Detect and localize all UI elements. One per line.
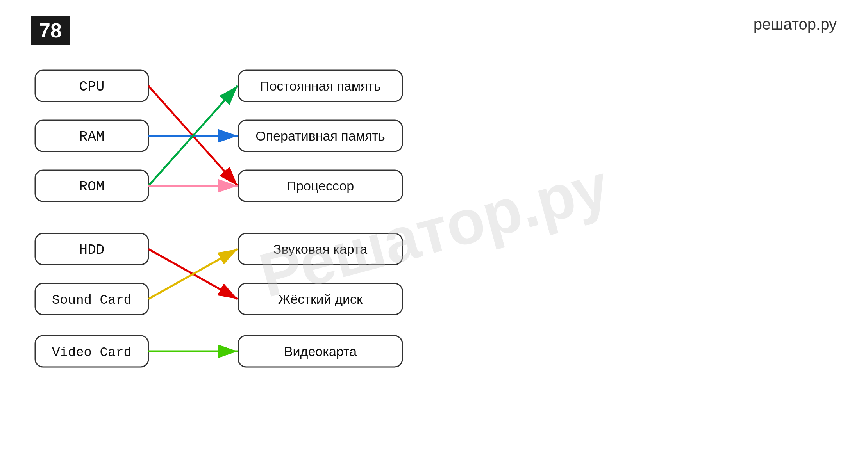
site-url: решатор.ру xyxy=(754,16,837,33)
video-card-label: Video Card xyxy=(52,345,132,360)
ram-ru-label: Оперативная память xyxy=(255,128,385,143)
permanent-memory-label: Постоянная память xyxy=(260,78,381,93)
rom-label: ROM xyxy=(79,179,105,195)
ram-label: RAM xyxy=(79,129,105,145)
hdd-ru-label: Жёсткий диск xyxy=(278,292,363,306)
sound-card-label: Sound Card xyxy=(52,293,132,308)
hdd-label: HDD xyxy=(79,242,105,258)
cpu-label: CPU xyxy=(79,79,105,95)
video-card-ru-label: Видеокарта xyxy=(284,344,357,359)
sound-card-ru-label: Звуковая карта xyxy=(273,242,367,256)
diagram: CPU RAM ROM HDD Sound Card Video Card По… xyxy=(31,62,461,414)
page-number: 78 xyxy=(31,16,70,45)
processor-label: Процессор xyxy=(287,178,354,193)
